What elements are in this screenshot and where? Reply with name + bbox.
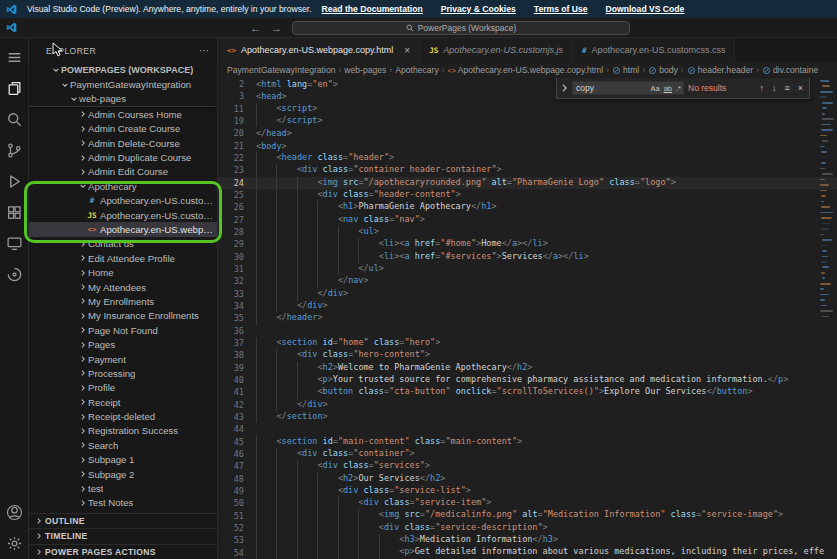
tab-apothecary-en-us-webpage-copy-html[interactable]: <>Apothecary.en-US.webpage.copy.html×	[218, 38, 420, 62]
code-editor[interactable]: 2<html lang="en">3<head>11<script>19</sc…	[218, 78, 837, 559]
tree-folder-receipt[interactable]: Receipt	[29, 395, 217, 409]
run-debug-icon[interactable]	[0, 166, 29, 197]
tree-folder-payment[interactable]: Payment	[29, 352, 217, 366]
tree-folder-subpage-1[interactable]: Subpage 1	[29, 453, 217, 467]
panel-outline[interactable]: OUTLINE	[29, 513, 217, 529]
breadcrumb-separator: ›	[606, 65, 609, 75]
banner-link[interactable]: Download VS Code	[606, 4, 685, 14]
tree-folder-contact-us[interactable]: Contact us	[29, 237, 217, 251]
tree-folder-powerpages-workspace-[interactable]: POWERPAGES (WORKSPACE)	[29, 63, 217, 77]
breadcrumb-item-div-containe[interactable]: div.containe	[762, 65, 818, 75]
tree-folder-receipt-deleted[interactable]: Receipt-deleted	[29, 409, 217, 423]
tree-folder-my-attendees[interactable]: My Attendees	[29, 280, 217, 294]
tree-folder-page-not-found[interactable]: Page Not Found	[29, 323, 217, 337]
tree-folder-test-notes[interactable]: Test Notes	[29, 496, 217, 510]
whole-word-icon[interactable]: ab	[662, 84, 674, 93]
breadcrumb-item-header-header[interactable]: header.header	[687, 65, 753, 75]
tree-folder-my-enrollments[interactable]: My Enrollments	[29, 294, 217, 308]
tree-folder-apothecary[interactable]: Apothecary	[29, 179, 217, 193]
explorer-more-actions-icon[interactable]: ···	[199, 49, 209, 53]
breadcrumb-item-body[interactable]: body	[648, 65, 678, 75]
tree-folder-home[interactable]: Home	[29, 265, 217, 279]
breadcrumb-item-html[interactable]: html	[612, 65, 639, 75]
breadcrumb-item-web-pages[interactable]: web-pages	[344, 65, 386, 75]
tree-folder-paymentgatewayintegration[interactable]: PaymentGatewayIntegration	[29, 77, 217, 91]
regex-icon[interactable]: .*	[674, 84, 683, 93]
remote-explorer-icon[interactable]	[0, 228, 29, 259]
banner-link[interactable]: Terms of Use	[534, 4, 588, 14]
line-number: 42	[218, 400, 256, 410]
tab-apothecary-en-us-customjs-js[interactable]: JSApothecary.en-US.customjs.js	[420, 38, 573, 62]
extensions-icon[interactable]	[0, 197, 29, 228]
tree-folder-edit-attendee-profile[interactable]: Edit Attendee Profile	[29, 251, 217, 265]
tree-folder-profile[interactable]: Profile	[29, 381, 217, 395]
tree-folder-web-pages[interactable]: web-pages	[29, 92, 217, 106]
vscode-menu-logo-icon[interactable]	[6, 22, 17, 33]
tree-file-apothecary-en-us-customcss-css[interactable]: #Apothecary.en-US.customcss.css	[29, 194, 217, 208]
code-line: 23<div class="container header-container…	[218, 164, 837, 176]
find-input[interactable]	[573, 83, 648, 93]
line-content: </div>	[256, 399, 328, 411]
indent-guide	[297, 374, 317, 386]
tree-folder-admin-courses-home[interactable]: Admin Courses Home	[29, 107, 217, 121]
tree-folder-admin-edit-course[interactable]: Admin Edit Course	[29, 165, 217, 179]
indent-guide	[256, 214, 276, 226]
indent-guide	[276, 214, 296, 226]
settings-gear-icon[interactable]	[0, 528, 29, 559]
tree-folder-my-insurance-enrollments[interactable]: My Insurance Enrollments	[29, 309, 217, 323]
banner-link[interactable]: Privacy & Cookies	[441, 4, 516, 14]
indent-guide	[256, 263, 276, 275]
match-case-icon[interactable]: Aa	[648, 84, 661, 93]
tree-folder-admin-delete-course[interactable]: Admin Delete-Course	[29, 136, 217, 150]
find-in-selection-icon[interactable]: ≡	[782, 83, 791, 93]
css-file-icon: #	[582, 46, 587, 55]
power-platform-icon[interactable]	[0, 259, 29, 290]
tree-folder-subpage-2[interactable]: Subpage 2	[29, 467, 217, 481]
command-center-search[interactable]: PowerPages (Workspace)	[292, 21, 630, 35]
code-line: 36	[218, 325, 837, 337]
tree-file-apothecary-en-us-customjs-js[interactable]: JSApothecary.en-US.customjs.js	[29, 208, 217, 222]
tab-apothecary-en-us-customcss-css[interactable]: #Apothecary.en-US.customcss.css	[573, 38, 735, 62]
line-number: 20	[218, 128, 256, 138]
tree-item-label: Apothecary	[88, 181, 137, 192]
banner-link[interactable]: Read the Documentation	[322, 4, 423, 14]
panel-power-pages-actions[interactable]: POWER PAGES ACTIONS	[29, 544, 217, 559]
account-icon[interactable]	[0, 497, 29, 528]
indent-guide	[256, 300, 276, 312]
find-previous-icon[interactable]: ↑	[757, 83, 766, 93]
source-control-icon[interactable]	[0, 135, 29, 166]
toggle-replace-icon[interactable]	[561, 83, 568, 93]
tree-item-label: Receipt-deleted	[88, 411, 155, 422]
breadcrumb-item-paymentgatewayintegration[interactable]: PaymentGatewayIntegration	[227, 65, 335, 75]
code-line: 39<h2>Welcome to PharmaGenie Apothecary<…	[218, 362, 837, 374]
tree-file-apothecary-en-us-webpage-copy-html[interactable]: <>Apothecary.en-US.webpage.copy.html	[29, 222, 217, 236]
search-icon[interactable]	[0, 104, 29, 135]
line-content: </section>	[256, 411, 328, 423]
indent-guide	[276, 534, 296, 546]
tree-folder-admin-create-course[interactable]: Admin Create Course	[29, 122, 217, 136]
code-line: 41<button class="cta-button" onclick="sc…	[218, 386, 837, 398]
indent-guide	[256, 374, 276, 386]
nav-forward-icon[interactable]: →	[271, 22, 282, 34]
breadcrumb-item-apothecary-en-us-webpage-copy-html[interactable]: <>Apothecary.en-US.webpage.copy.html	[448, 65, 604, 75]
minimap[interactable]	[820, 80, 836, 325]
chevron-right-icon	[33, 548, 45, 556]
vscode-window: Visual Studio Code (Preview). Anywhere, …	[0, 0, 837, 559]
menu-icon[interactable]	[0, 42, 29, 73]
tree-folder-processing[interactable]: Processing	[29, 366, 217, 380]
close-tab-icon[interactable]: ×	[404, 45, 410, 56]
tree-folder-registration-success[interactable]: Registration Success	[29, 424, 217, 438]
explorer-icon[interactable]	[0, 73, 29, 104]
indent-guide	[276, 189, 296, 201]
line-number: 50	[218, 498, 256, 508]
find-next-icon[interactable]: ↓	[770, 83, 779, 93]
tree-folder-test[interactable]: test	[29, 481, 217, 495]
code-line: 47<div class="services">	[218, 460, 837, 472]
close-find-icon[interactable]: ×	[796, 83, 805, 93]
tree-folder-pages[interactable]: Pages	[29, 337, 217, 351]
tree-folder-search[interactable]: Search	[29, 438, 217, 452]
tree-folder-admin-duplicate-course[interactable]: Admin Duplicate Course	[29, 150, 217, 164]
nav-back-icon[interactable]: ←	[250, 22, 261, 34]
panel-timeline[interactable]: TIMELINE	[29, 528, 217, 544]
breadcrumb-item-apothecary[interactable]: Apothecary	[395, 65, 438, 75]
